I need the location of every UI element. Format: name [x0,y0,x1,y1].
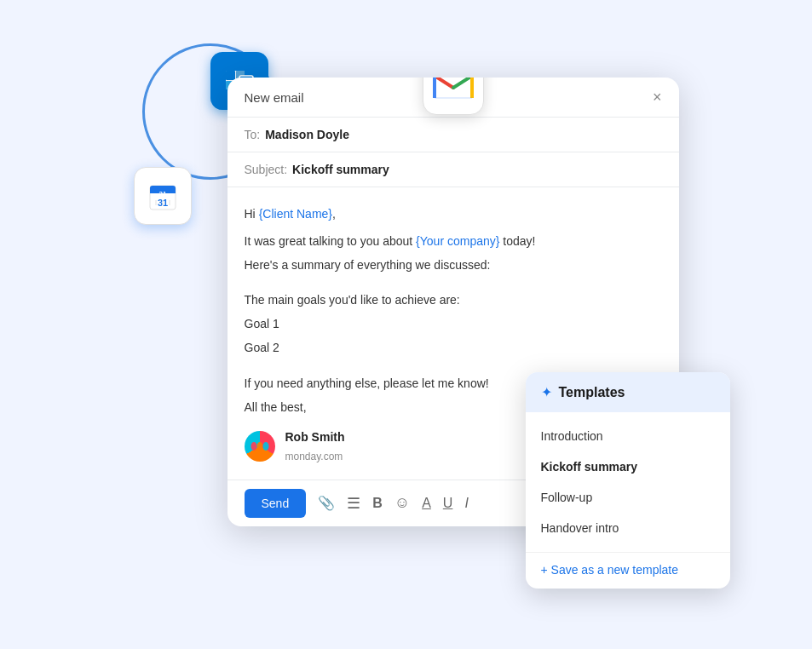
template-item-kickoff[interactable]: Kickoff summary [526,451,730,482]
save-template-button[interactable]: + Save as a new template [526,552,730,589]
text-color-icon[interactable]: A [422,496,431,511]
gmail-icon [423,78,484,115]
template-item-followup[interactable]: Follow-up [526,482,730,513]
svg-point-16 [256,442,262,451]
templates-title: Templates [559,385,625,400]
close-button[interactable]: × [653,89,662,105]
greeting-line: Hi {Client Name}, [245,204,662,225]
sender-info: Rob Smith monday.com [285,428,345,465]
template-item-handover[interactable]: Handover intro [526,513,730,543]
bold-icon[interactable]: B [372,496,383,511]
client-placeholder: {Client Name} [259,207,332,221]
recipient-name: Madison Doyle [265,128,349,141]
scene: O 31 31 [108,35,705,614]
company-placeholder: {Your company} [416,234,499,248]
email-to-field[interactable]: To: Madison Doyle [227,118,679,152]
svg-point-15 [251,442,256,451]
email-title: New email [245,90,304,105]
sender-company: monday.com [285,448,345,465]
email-subject-field[interactable]: Subject: Kickoff summary [227,152,679,187]
send-button[interactable]: Send [245,489,307,518]
templates-header: ✦ Templates [526,372,730,412]
goal2: Goal 2 [245,338,662,359]
subject-value: Kickoff summary [292,163,389,176]
svg-point-17 [262,442,268,451]
sender-avatar [245,431,275,462]
to-label: To: [245,128,261,141]
templates-list: Introduction Kickoff summary Follow-up H… [526,412,730,552]
attach-icon[interactable]: 📎 [318,495,335,511]
italic-icon[interactable]: I [464,496,468,511]
greeting-text: Hi [245,207,259,221]
greeting-comma: , [332,207,336,221]
subject-label: Subject: [245,163,288,176]
goal1: Goal 1 [245,314,662,335]
sender-name: Rob Smith [285,428,345,448]
calendar-icon: 31 31 [134,167,192,225]
templates-star-icon: ✦ [541,384,552,400]
list-icon[interactable]: ☰ [347,494,360,513]
template-item-introduction[interactable]: Introduction [526,421,730,451]
goals-intro: The main goals you'd like to achieve are… [245,290,662,311]
body-line2: Here's a summary of everything we discus… [245,256,662,276]
svg-text:31: 31 [158,190,166,198]
templates-panel: ✦ Templates Introduction Kickoff summary… [526,372,730,589]
emoji-icon[interactable]: ☺ [394,494,410,512]
underline-icon[interactable]: U [443,496,453,511]
body-line1: It was great talking to you about {Your … [245,232,662,252]
